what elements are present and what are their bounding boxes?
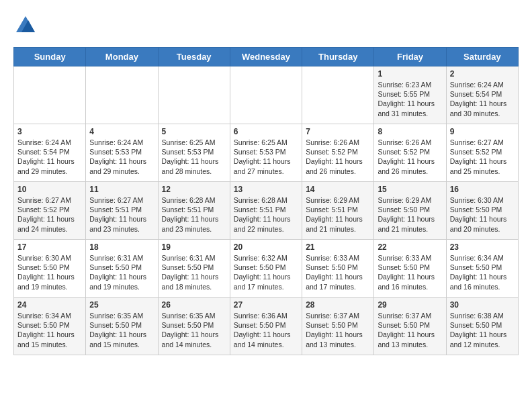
day-cell: 19Sunrise: 6:31 AM Sunset: 5:50 PM Dayli…	[158, 240, 230, 298]
day-number: 4	[89, 127, 154, 136]
day-number: 28	[306, 300, 370, 310]
day-cell: 25Sunrise: 6:35 AM Sunset: 5:50 PM Dayli…	[86, 298, 158, 355]
day-cell: 18Sunrise: 6:31 AM Sunset: 5:50 PM Dayli…	[86, 240, 158, 298]
day-number: 7	[306, 127, 370, 136]
day-cell: 13Sunrise: 6:28 AM Sunset: 5:51 PM Dayli…	[230, 182, 302, 240]
day-number: 27	[234, 300, 298, 310]
day-info: Sunrise: 6:25 AM Sunset: 5:53 PM Dayligh…	[234, 138, 298, 176]
week-row-3: 10Sunrise: 6:27 AM Sunset: 5:52 PM Dayli…	[14, 182, 519, 240]
week-row-1: 1Sunrise: 6:23 AM Sunset: 5:55 PM Daylig…	[14, 66, 519, 124]
day-cell: 12Sunrise: 6:28 AM Sunset: 5:51 PM Dayli…	[158, 182, 230, 240]
day-number: 25	[89, 300, 154, 310]
day-number: 15	[378, 185, 442, 194]
logo-icon	[13, 13, 38, 38]
day-cell: 28Sunrise: 6:37 AM Sunset: 5:50 PM Dayli…	[302, 298, 374, 355]
day-cell: 4Sunrise: 6:24 AM Sunset: 5:53 PM Daylig…	[86, 124, 158, 182]
day-cell: 22Sunrise: 6:33 AM Sunset: 5:50 PM Dayli…	[374, 240, 446, 298]
day-number: 21	[306, 242, 370, 252]
day-number: 16	[450, 185, 515, 194]
week-row-5: 24Sunrise: 6:34 AM Sunset: 5:50 PM Dayli…	[14, 298, 519, 355]
day-cell	[86, 66, 158, 124]
page: SundayMondayTuesdayWednesdayThursdayFrid…	[0, 0, 532, 362]
day-number: 9	[450, 127, 515, 136]
day-info: Sunrise: 6:28 AM Sunset: 5:51 PM Dayligh…	[162, 195, 226, 234]
day-info: Sunrise: 6:34 AM Sunset: 5:50 PM Dayligh…	[17, 311, 82, 349]
day-info: Sunrise: 6:26 AM Sunset: 5:52 PM Dayligh…	[378, 138, 442, 176]
day-cell: 23Sunrise: 6:34 AM Sunset: 5:50 PM Dayli…	[446, 240, 518, 298]
day-info: Sunrise: 6:31 AM Sunset: 5:50 PM Dayligh…	[162, 253, 226, 291]
day-cell: 24Sunrise: 6:34 AM Sunset: 5:50 PM Dayli…	[14, 298, 86, 355]
day-number: 22	[378, 242, 442, 252]
day-number: 20	[234, 242, 298, 252]
day-cell: 2Sunrise: 6:24 AM Sunset: 5:54 PM Daylig…	[446, 66, 518, 124]
day-info: Sunrise: 6:29 AM Sunset: 5:51 PM Dayligh…	[306, 195, 370, 234]
day-cell: 11Sunrise: 6:27 AM Sunset: 5:51 PM Dayli…	[86, 182, 158, 240]
days-row: SundayMondayTuesdayWednesdayThursdayFrid…	[14, 48, 519, 66]
day-cell: 10Sunrise: 6:27 AM Sunset: 5:52 PM Dayli…	[14, 182, 86, 240]
day-number: 10	[17, 185, 82, 194]
day-info: Sunrise: 6:24 AM Sunset: 5:53 PM Dayligh…	[89, 138, 154, 176]
day-number: 17	[17, 242, 82, 252]
day-cell: 8Sunrise: 6:26 AM Sunset: 5:52 PM Daylig…	[374, 124, 446, 182]
day-info: Sunrise: 6:37 AM Sunset: 5:50 PM Dayligh…	[378, 311, 442, 349]
day-info: Sunrise: 6:27 AM Sunset: 5:52 PM Dayligh…	[450, 138, 515, 176]
day-number: 30	[450, 300, 515, 310]
day-cell: 20Sunrise: 6:32 AM Sunset: 5:50 PM Dayli…	[230, 240, 302, 298]
day-info: Sunrise: 6:30 AM Sunset: 5:50 PM Dayligh…	[17, 253, 82, 291]
day-info: Sunrise: 6:32 AM Sunset: 5:50 PM Dayligh…	[234, 253, 298, 291]
calendar: SundayMondayTuesdayWednesdayThursdayFrid…	[13, 47, 519, 355]
day-number: 18	[89, 242, 154, 252]
day-number: 6	[234, 127, 298, 136]
day-cell: 3Sunrise: 6:24 AM Sunset: 5:54 PM Daylig…	[14, 124, 86, 182]
day-info: Sunrise: 6:26 AM Sunset: 5:52 PM Dayligh…	[306, 138, 370, 176]
day-number: 24	[17, 300, 82, 310]
day-info: Sunrise: 6:37 AM Sunset: 5:50 PM Dayligh…	[306, 311, 370, 349]
day-cell: 14Sunrise: 6:29 AM Sunset: 5:51 PM Dayli…	[302, 182, 374, 240]
day-number: 2	[450, 69, 515, 79]
day-info: Sunrise: 6:38 AM Sunset: 5:50 PM Dayligh…	[450, 311, 515, 349]
day-info: Sunrise: 6:31 AM Sunset: 5:50 PM Dayligh…	[89, 253, 154, 291]
day-cell: 26Sunrise: 6:35 AM Sunset: 5:50 PM Dayli…	[158, 298, 230, 355]
day-info: Sunrise: 6:33 AM Sunset: 5:50 PM Dayligh…	[306, 253, 370, 291]
day-info: Sunrise: 6:36 AM Sunset: 5:50 PM Dayligh…	[234, 311, 298, 349]
day-header-monday: Monday	[86, 48, 158, 66]
day-header-saturday: Saturday	[446, 48, 518, 66]
day-number: 8	[378, 127, 442, 136]
day-cell: 15Sunrise: 6:29 AM Sunset: 5:50 PM Dayli…	[374, 182, 446, 240]
day-number: 3	[17, 127, 82, 136]
day-cell: 30Sunrise: 6:38 AM Sunset: 5:50 PM Dayli…	[446, 298, 518, 355]
day-cell: 17Sunrise: 6:30 AM Sunset: 5:50 PM Dayli…	[14, 240, 86, 298]
day-header-wednesday: Wednesday	[230, 48, 302, 66]
day-info: Sunrise: 6:27 AM Sunset: 5:52 PM Dayligh…	[17, 195, 82, 234]
calendar-header: SundayMondayTuesdayWednesdayThursdayFrid…	[14, 48, 519, 66]
header	[13, 13, 519, 38]
day-number: 23	[450, 242, 515, 252]
day-number: 26	[162, 300, 226, 310]
day-number: 29	[378, 300, 442, 310]
day-header-friday: Friday	[374, 48, 446, 66]
day-cell: 21Sunrise: 6:33 AM Sunset: 5:50 PM Dayli…	[302, 240, 374, 298]
week-row-4: 17Sunrise: 6:30 AM Sunset: 5:50 PM Dayli…	[14, 240, 519, 298]
day-header-tuesday: Tuesday	[158, 48, 230, 66]
day-cell: 6Sunrise: 6:25 AM Sunset: 5:53 PM Daylig…	[230, 124, 302, 182]
day-number: 11	[89, 185, 154, 194]
day-info: Sunrise: 6:34 AM Sunset: 5:50 PM Dayligh…	[450, 253, 515, 291]
day-cell	[158, 66, 230, 124]
day-info: Sunrise: 6:33 AM Sunset: 5:50 PM Dayligh…	[378, 253, 442, 291]
day-number: 14	[306, 185, 370, 194]
day-cell: 5Sunrise: 6:25 AM Sunset: 5:53 PM Daylig…	[158, 124, 230, 182]
day-number: 19	[162, 242, 226, 252]
day-info: Sunrise: 6:35 AM Sunset: 5:50 PM Dayligh…	[162, 311, 226, 349]
day-number: 5	[162, 127, 226, 136]
logo	[13, 13, 40, 38]
day-cell: 29Sunrise: 6:37 AM Sunset: 5:50 PM Dayli…	[374, 298, 446, 355]
day-info: Sunrise: 6:28 AM Sunset: 5:51 PM Dayligh…	[234, 195, 298, 234]
day-info: Sunrise: 6:27 AM Sunset: 5:51 PM Dayligh…	[89, 195, 154, 234]
day-cell: 27Sunrise: 6:36 AM Sunset: 5:50 PM Dayli…	[230, 298, 302, 355]
day-info: Sunrise: 6:25 AM Sunset: 5:53 PM Dayligh…	[162, 138, 226, 176]
day-cell: 16Sunrise: 6:30 AM Sunset: 5:50 PM Dayli…	[446, 182, 518, 240]
day-info: Sunrise: 6:23 AM Sunset: 5:55 PM Dayligh…	[378, 80, 442, 118]
day-number: 13	[234, 185, 298, 194]
day-header-thursday: Thursday	[302, 48, 374, 66]
day-number: 12	[162, 185, 226, 194]
